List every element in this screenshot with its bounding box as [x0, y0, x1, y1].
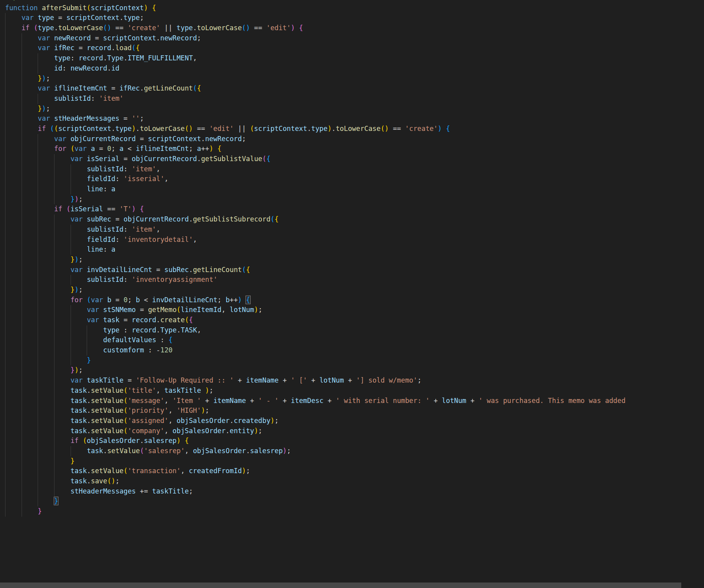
indent-guide	[71, 164, 71, 174]
code-token: sublistId	[87, 276, 124, 283]
code-token: sublistId	[87, 165, 124, 173]
code-line: line: a	[5, 245, 704, 255]
code-token: isSerial	[71, 205, 103, 213]
code-token: 'Item '	[173, 397, 201, 405]
indent-guide	[5, 406, 5, 416]
code-line: var objCurrentRecord = scriptContext.new…	[5, 134, 704, 144]
code-editor[interactable]: */function afterSubmit(scriptContext) {v…	[5, 0, 704, 517]
code-text: var invDetailLineCnt = subRec.getLineCou…	[5, 265, 250, 275]
code-token: }	[38, 74, 42, 82]
code-token: 'company'	[127, 427, 164, 435]
indent-guide	[22, 83, 22, 94]
code-line: sublistId: 'inventoryassignment'	[5, 275, 704, 285]
code-token: 'Follow-Up Required :: '	[136, 376, 234, 384]
code-token: {	[246, 266, 250, 274]
code-line: task.setValue('title', taskTitle );	[5, 386, 704, 396]
indent-guide	[5, 64, 5, 74]
code-token: create	[160, 316, 185, 324]
code-token	[50, 84, 54, 92]
code-token: }	[38, 507, 42, 515]
code-token: 'title'	[127, 387, 156, 394]
code-text: });	[5, 365, 83, 376]
indent-guide	[5, 496, 5, 506]
code-token: task	[71, 407, 87, 414]
code-line: });	[5, 285, 704, 295]
code-token: +	[344, 376, 356, 384]
code-token: ;	[111, 145, 120, 152]
code-line: defaultValues : {	[5, 335, 704, 345]
indent-guide	[22, 184, 22, 194]
code-token: customform	[103, 346, 144, 354]
code-token: )	[238, 296, 242, 304]
code-token: )	[75, 256, 78, 263]
code-token: fieldId	[87, 236, 115, 243]
code-token	[50, 114, 54, 122]
code-token: .	[136, 125, 140, 132]
code-token: type	[38, 14, 54, 22]
indent-guide	[22, 315, 22, 325]
code-token: (	[132, 44, 136, 52]
indent-guide	[54, 446, 55, 456]
indent-guide	[54, 164, 55, 174]
code-token: )	[254, 427, 258, 435]
indent-guide	[38, 396, 38, 406]
code-line: var newRecord = scriptContext.newRecord;	[5, 33, 704, 44]
indent-guide	[5, 104, 5, 114]
code-token	[66, 145, 70, 152]
indent-guide	[54, 426, 55, 436]
code-token: )	[42, 74, 46, 82]
code-token: {	[446, 125, 450, 132]
indent-guide	[5, 214, 5, 225]
code-token: )	[176, 437, 180, 445]
indent-guide	[5, 456, 5, 466]
code-token: =	[124, 376, 136, 384]
code-token: ;	[275, 417, 278, 425]
indent-guide	[5, 94, 5, 104]
code-token: ()	[185, 125, 193, 132]
code-token: var	[71, 266, 83, 274]
code-token: .	[107, 64, 111, 72]
code-token: scriptContext	[254, 125, 307, 132]
code-token: getLineCount	[193, 266, 242, 274]
code-token: (	[87, 296, 91, 304]
code-token: :	[120, 326, 132, 334]
code-token: .	[156, 316, 160, 324]
indent-guide	[54, 214, 55, 225]
code-token: 'create'	[127, 24, 160, 32]
code-token: ;	[189, 487, 193, 495]
indent-guide	[22, 426, 22, 436]
horizontal-scrollbar-track[interactable]	[0, 582, 704, 588]
code-token: (	[250, 125, 254, 132]
indent-guide	[5, 13, 5, 23]
code-token: save	[91, 477, 107, 485]
code-token: ifRec	[54, 44, 75, 52]
indent-guide	[38, 214, 38, 225]
code-line: type : record.Type.TASK,	[5, 325, 704, 336]
code-token	[442, 125, 446, 132]
code-token: .	[103, 447, 107, 455]
indent-guide	[54, 154, 55, 164]
horizontal-scrollbar-thumb[interactable]	[0, 583, 681, 588]
code-token: setValue	[91, 417, 124, 425]
indent-guide	[22, 396, 22, 406]
code-token	[66, 135, 70, 143]
code-token: ,	[193, 236, 197, 243]
code-token: var	[38, 34, 50, 42]
code-token: setValue	[91, 427, 124, 435]
code-token: type	[176, 24, 193, 32]
code-token: salesrep	[144, 437, 176, 445]
code-text: task.setValue('message', 'Item ' + itemN…	[5, 396, 626, 406]
code-line: var stSNMemo = getMemo(lineItemId, lotNu…	[5, 305, 704, 315]
code-line: task.setValue('assigned', objSalesOrder.…	[5, 416, 704, 426]
indent-guide	[22, 436, 22, 446]
code-token: entity	[230, 427, 254, 435]
code-text: task.setValue('priority', 'HIGH');	[5, 406, 209, 416]
code-token: }	[87, 356, 91, 364]
code-token: :	[62, 64, 71, 72]
indent-guide	[54, 386, 55, 396]
code-token: ,	[164, 397, 173, 405]
code-token: itemDesc	[291, 397, 324, 405]
code-token: ,	[168, 417, 176, 425]
code-token: objSalesOrder	[176, 417, 229, 425]
code-token	[34, 14, 38, 22]
